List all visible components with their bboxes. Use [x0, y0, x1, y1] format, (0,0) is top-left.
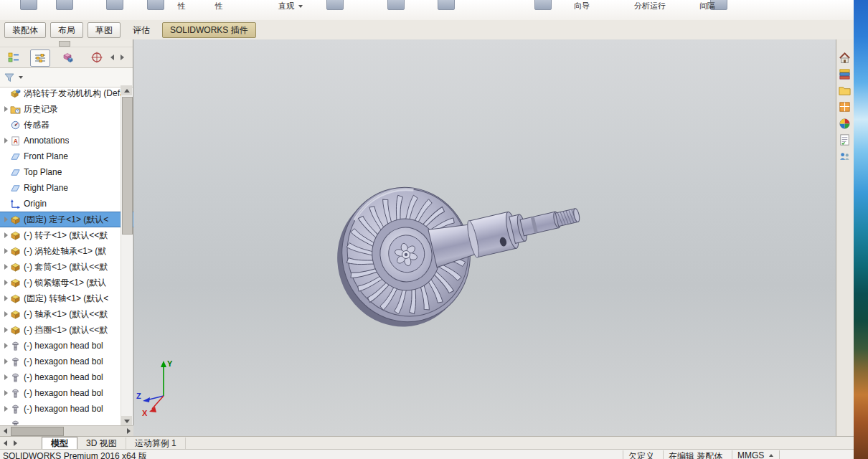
- filter-funnel-icon[interactable]: [4, 72, 15, 83]
- tree-item[interactable]: (-) hexagon head bol: [0, 401, 133, 417]
- scroll-down-icon[interactable]: [121, 416, 132, 426]
- tab-sketch[interactable]: 草图: [88, 22, 121, 38]
- expand-arrow-icon[interactable]: [4, 327, 8, 333]
- tab-3d-views[interactable]: 3D 视图: [77, 437, 126, 450]
- tab-solidworks-addins[interactable]: SOLIDWORKS 插件: [162, 22, 256, 38]
- tree-item[interactable]: Right Plane: [0, 180, 133, 196]
- dimxpert-tab-icon[interactable]: [88, 49, 106, 65]
- expand-arrow-icon[interactable]: [4, 106, 8, 112]
- svg-text:Z: Z: [136, 392, 141, 400]
- tree-item[interactable]: (-) 转子<1> (默认<<默: [0, 227, 133, 243]
- expand-arrow-icon[interactable]: [4, 374, 8, 380]
- propertymanager-tab-icon[interactable]: [30, 49, 50, 67]
- tree-item-selected[interactable]: (固定) 定子<1> (默认<: [0, 212, 133, 227]
- tree-item[interactable]: (-) 挡圈<1> (默认<<默: [0, 322, 133, 338]
- expand-arrow-icon[interactable]: [4, 248, 8, 254]
- tree-item-label: (-) hexagon head bol: [24, 341, 103, 351]
- ribbon-label-fragment: 性: [178, 1, 186, 11]
- custom-properties-icon[interactable]: [836, 132, 853, 148]
- scrollbar-thumb[interactable]: [11, 427, 64, 436]
- tree-item[interactable]: (-) 涡轮处轴承<1> (默: [0, 243, 133, 259]
- tree-item-label: (-) 挡圈<1> (默认<<默: [24, 324, 108, 336]
- scrollbar-thumb[interactable]: [122, 97, 133, 235]
- design-library-icon[interactable]: [836, 66, 853, 82]
- bolt-icon: [10, 341, 21, 351]
- commandmanager-tab-row: 装配体 布局 草图 评估 SOLIDWORKS 插件 ×: [0, 20, 854, 40]
- expand-arrow-icon[interactable]: [4, 280, 8, 285]
- tree-item[interactable]: (-) hexagon head bol: [0, 385, 133, 401]
- expand-arrow-icon[interactable]: [4, 343, 8, 349]
- tab-motion-study[interactable]: 运动算例 1: [126, 437, 186, 450]
- plane-icon: [10, 151, 21, 162]
- panel-tab-bar: [0, 47, 133, 68]
- tab-assembly[interactable]: 装配体: [4, 22, 46, 38]
- tree-item[interactable]: (-) hexagon head bol: [0, 338, 133, 354]
- tree-item-label: (-) hexagon head bol: [24, 404, 103, 414]
- task-pane: [836, 39, 854, 436]
- expand-arrow-icon[interactable]: [4, 406, 8, 412]
- tree-item[interactable]: 传感器: [0, 117, 133, 133]
- tab-layout[interactable]: 布局: [50, 22, 83, 38]
- expand-arrow-icon[interactable]: [4, 217, 8, 222]
- sensors-icon: [10, 120, 21, 131]
- tree-item-label: (-) 锁紧螺母<1> (默认: [24, 277, 106, 289]
- tab-nav-left-icon[interactable]: [0, 438, 10, 448]
- tree-vertical-scrollbar[interactable]: [121, 85, 132, 426]
- expand-arrow-icon[interactable]: [4, 232, 8, 238]
- expand-arrow-icon[interactable]: [4, 390, 8, 396]
- bolt-icon: [10, 356, 21, 367]
- ribbon-icon-stub: [326, 0, 344, 10]
- tab-evaluate[interactable]: 评估: [125, 22, 158, 38]
- chevron-up-icon[interactable]: [769, 454, 773, 457]
- expand-arrow-icon[interactable]: [4, 311, 8, 317]
- ribbon-icon-stub: [56, 0, 73, 10]
- tree-item[interactable]: Front Plane: [0, 148, 133, 164]
- scroll-up-icon[interactable]: [121, 85, 132, 95]
- ribbon-icon-stub: [534, 0, 552, 10]
- tree-horizontal-scrollbar[interactable]: [0, 425, 133, 436]
- forum-icon[interactable]: [836, 148, 853, 165]
- expand-arrow-icon[interactable]: [4, 264, 8, 270]
- scroll-right-icon[interactable]: [123, 426, 133, 435]
- expand-arrow-icon[interactable]: [4, 359, 8, 364]
- tree-item[interactable]: Top Plane: [0, 164, 133, 180]
- component-icon: [10, 293, 21, 304]
- featuremanager-panel: 涡轮转子发动机机构 (Defa 历史记录 传感器 Annotations Fro…: [0, 39, 133, 436]
- tab-scroll-right-icon[interactable]: [121, 55, 124, 60]
- tree-item[interactable]: Annotations: [0, 133, 133, 148]
- expand-arrow-icon[interactable]: [4, 138, 8, 143]
- view-palette-icon[interactable]: [836, 99, 853, 115]
- chevron-down-icon[interactable]: [19, 76, 23, 79]
- annotations-icon: [10, 136, 21, 146]
- ribbon-label-fragment: 向导: [574, 1, 590, 11]
- chevron-down-icon: [298, 5, 303, 8]
- tab-model[interactable]: 模型: [42, 437, 77, 450]
- featuremanager-tab-icon[interactable]: [4, 49, 23, 65]
- tree-item[interactable]: (-) 轴承<1> (默认<<默: [0, 306, 133, 322]
- tree-root-item[interactable]: 涡轮转子发动机机构 (Defa: [0, 85, 133, 101]
- tree-item[interactable]: (-) 套筒<1> (默认<<默: [0, 259, 133, 275]
- expand-arrow-icon[interactable]: [4, 295, 8, 301]
- document-tab-bar: 模型 3D 视图 运动算例 1: [0, 436, 854, 450]
- units-selector[interactable]: MMGS: [737, 450, 764, 459]
- tree-item[interactable]: (-) hexagon head bol: [0, 369, 133, 385]
- component-icon: [10, 246, 21, 257]
- appearances-icon[interactable]: [836, 115, 853, 132]
- configurationmanager-tab-icon[interactable]: [59, 49, 77, 65]
- component-icon: [10, 262, 21, 273]
- scroll-left-icon[interactable]: [0, 426, 10, 435]
- tab-scroll-left-icon[interactable]: [110, 55, 114, 60]
- tree-item[interactable]: (-) 锁紧螺母<1> (默认: [0, 275, 133, 290]
- tree-item[interactable]: 历史记录: [0, 101, 133, 117]
- tree-item-label: (-) 轴承<1> (默认<<默: [24, 308, 108, 321]
- plane-icon: [10, 167, 21, 178]
- graphics-viewport[interactable]: Y Z X: [133, 39, 836, 436]
- file-explorer-icon[interactable]: [836, 82, 853, 99]
- tree-item[interactable]: (-) hexagon head bol: [0, 354, 133, 369]
- panel-splitter[interactable]: [0, 39, 133, 47]
- home-icon[interactable]: [836, 49, 853, 66]
- tree-item[interactable]: (固定) 转轴<1> (默认<: [0, 290, 133, 306]
- tab-nav-right-icon[interactable]: [10, 438, 20, 448]
- tree-item[interactable]: Origin: [0, 196, 133, 212]
- tree-item-label: (-) hexagon head bol: [24, 388, 103, 398]
